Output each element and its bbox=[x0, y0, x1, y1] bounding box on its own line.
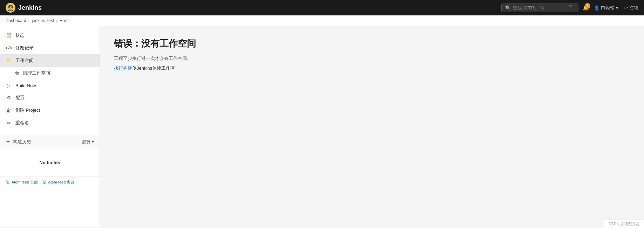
atom-icon-fail: 📡 bbox=[42, 180, 47, 185]
chevron-down-icon: ▾ bbox=[616, 5, 618, 11]
search-input[interactable] bbox=[513, 5, 565, 11]
changelog-icon: </> bbox=[6, 46, 12, 50]
search-bar[interactable]: 🔍 ? bbox=[501, 4, 578, 12]
breadcrumb-sep-2: › bbox=[56, 18, 57, 23]
error-action: 执行构建使Jenkins创建工作区 bbox=[114, 65, 630, 71]
footer-text: CSDN @西楚东星 bbox=[609, 222, 640, 226]
build-history-label: 构建历史 bbox=[13, 139, 31, 145]
notification-badge: 1 bbox=[585, 3, 590, 9]
user-icon: 👤 bbox=[594, 5, 599, 11]
trend-button[interactable]: 趋势 ▾ bbox=[82, 139, 94, 145]
sidebar-item-workspace[interactable]: 📁 工作空间 bbox=[0, 54, 100, 67]
sun-icon: ☀ bbox=[6, 139, 10, 145]
gear-icon: ⚙ bbox=[6, 95, 12, 101]
sidebar-item-build-now[interactable]: ▷ Build Now bbox=[0, 80, 100, 91]
logout-label: 注销 bbox=[629, 5, 638, 11]
sidebar-item-rename[interactable]: ✏ 重命名 bbox=[0, 117, 100, 129]
atom-feed-fail-link[interactable]: 📡 Atom feed 失败 bbox=[42, 180, 74, 185]
sidebar: 📋 状态 </> 修改记录 📁 工作空间 🗑 清理工作空间 ▷ Build No… bbox=[0, 26, 100, 227]
breadcrumb-error: Error bbox=[60, 18, 69, 23]
jenkins-logo-icon: 🤵 bbox=[6, 3, 15, 13]
breadcrumb: Dashboard › jenkins_test › Error bbox=[0, 15, 644, 26]
sidebar-item-delete-label: 删除 Project bbox=[15, 107, 40, 113]
search-shortcut: ? bbox=[568, 5, 573, 10]
notification-bell[interactable]: 🔔 1 bbox=[583, 5, 588, 11]
trash-icon: 🗑 bbox=[15, 71, 19, 76]
jenkins-logo[interactable]: 🤵 Jenkins bbox=[6, 3, 42, 13]
build-history-header: ☀ 构建历史 趋势 ▾ bbox=[0, 135, 100, 148]
atom-feed-bar: 📡 Atom feed 全部 📡 Atom feed 失败 bbox=[0, 177, 100, 188]
sidebar-item-changelog-label: 修改记录 bbox=[15, 45, 34, 51]
build-history-section: ☀ 构建历史 趋势 ▾ No builds 📡 Atom feed 全部 📡 bbox=[0, 135, 100, 188]
trend-label: 趋势 bbox=[82, 139, 90, 145]
no-builds-area: No builds bbox=[0, 148, 100, 177]
main-content: 错误：没有工作空间 工程至少执行过一次才会有工作空间。 执行构建使Jenkins… bbox=[100, 26, 644, 227]
breadcrumb-dashboard[interactable]: Dashboard bbox=[6, 18, 26, 23]
sidebar-item-config[interactable]: ⚙ 配置 bbox=[0, 91, 100, 104]
status-icon: 📋 bbox=[6, 33, 12, 38]
workspace-icon: 📁 bbox=[6, 58, 12, 63]
top-navigation: 🤵 Jenkins 🔍 ? 🔔 1 👤 白晓楼 ▾ ↩ 注销 bbox=[0, 0, 644, 15]
sidebar-item-clean-workspace[interactable]: 🗑 清理工作空间 bbox=[0, 67, 100, 80]
error-action-suffix: 使Jenkins创建工作区 bbox=[132, 65, 175, 71]
sidebar-item-rename-label: 重命名 bbox=[15, 120, 29, 126]
logout-button[interactable]: ↩ 注销 bbox=[624, 5, 638, 11]
error-title: 错误：没有工作空间 bbox=[114, 37, 630, 50]
sidebar-menu: 📋 状态 </> 修改记录 📁 工作空间 🗑 清理工作空间 ▷ Build No… bbox=[0, 26, 100, 132]
sidebar-item-build-label: Build Now bbox=[15, 83, 36, 88]
atom-feed-fail-label: Atom feed 失败 bbox=[48, 180, 74, 185]
chevron-down-trend-icon: ▾ bbox=[92, 139, 94, 144]
footer: CSDN @西楚东星 bbox=[604, 220, 644, 227]
breadcrumb-jenkins-test[interactable]: jenkins_test bbox=[32, 18, 54, 23]
breadcrumb-sep-1: › bbox=[28, 18, 30, 23]
play-icon: ▷ bbox=[6, 83, 12, 88]
error-description: 工程至少执行过一次才会有工作空间。 bbox=[114, 55, 630, 62]
logout-icon: ↩ bbox=[624, 5, 628, 11]
build-history-header-left: ☀ 构建历史 bbox=[6, 139, 31, 145]
sidebar-item-workspace-label: 工作空间 bbox=[15, 57, 34, 64]
search-icon: 🔍 bbox=[505, 5, 511, 11]
atom-feed-all-link[interactable]: 📡 Atom feed 全部 bbox=[6, 180, 38, 185]
pencil-icon: ✏ bbox=[6, 120, 12, 126]
atom-icon-all: 📡 bbox=[6, 180, 11, 185]
sidebar-item-clean-label: 清理工作空间 bbox=[23, 70, 50, 76]
sidebar-item-delete[interactable]: 🗑 删除 Project bbox=[0, 104, 100, 117]
sidebar-item-changelog[interactable]: </> 修改记录 bbox=[0, 42, 100, 54]
sidebar-item-status[interactable]: 📋 状态 bbox=[0, 29, 100, 42]
execute-build-link[interactable]: 执行构建 bbox=[114, 65, 132, 71]
jenkins-title: Jenkins bbox=[18, 4, 42, 12]
nav-icons: 🔔 1 👤 白晓楼 ▾ ↩ 注销 bbox=[583, 5, 638, 11]
no-builds-label: No builds bbox=[39, 160, 60, 165]
atom-feed-all-label: Atom feed 全部 bbox=[12, 180, 38, 185]
main-layout: 📋 状态 </> 修改记录 📁 工作空间 🗑 清理工作空间 ▷ Build No… bbox=[0, 26, 644, 227]
delete-icon: 🗑 bbox=[6, 108, 12, 113]
sidebar-item-config-label: 配置 bbox=[15, 95, 25, 101]
sidebar-item-status-label: 状态 bbox=[15, 32, 25, 39]
user-name: 白晓楼 bbox=[601, 5, 615, 11]
user-menu[interactable]: 👤 白晓楼 ▾ bbox=[594, 5, 618, 11]
